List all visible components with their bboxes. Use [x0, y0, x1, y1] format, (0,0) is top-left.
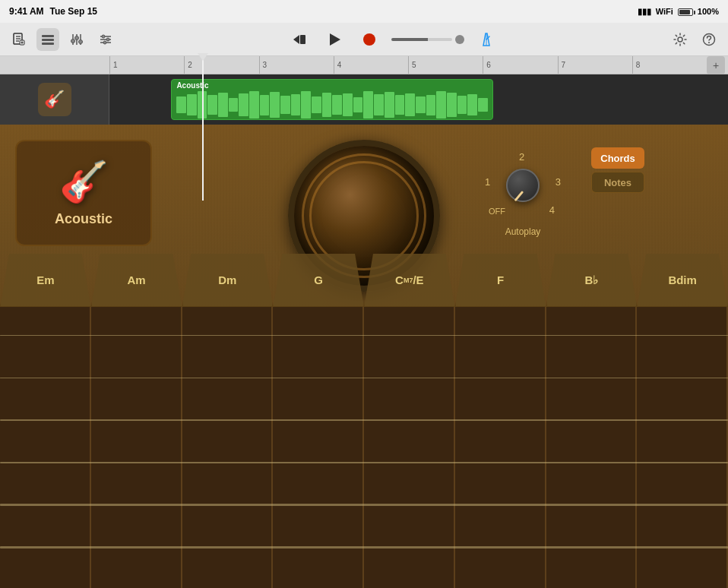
timeline: 1 2 3 4 5 6 7 8 +	[0, 56, 728, 74]
chord-dm[interactable]: Dm	[182, 254, 274, 307]
ruler-mark-5[interactable]: 5	[408, 56, 483, 74]
chord-f[interactable]: F	[455, 254, 546, 307]
ruler-mark-2[interactable]: 2	[184, 56, 258, 74]
help-button[interactable]	[698, 28, 720, 51]
playhead[interactable]	[202, 56, 204, 201]
toolbar-left	[8, 28, 117, 51]
status-bar: 9:41 AM Tue Sep 15 ▮▮▮ WiFi 100%	[0, 0, 728, 23]
autoplay-section: OFF 1 2 3 4 Autoplay	[485, 147, 561, 237]
chord-g[interactable]: G	[273, 254, 364, 307]
volume-knob[interactable]	[455, 35, 464, 44]
ruler-mark-1[interactable]: 1	[109, 56, 184, 74]
chords-button[interactable]: Chords	[591, 147, 644, 169]
svg-point-13	[71, 39, 75, 43]
toolbar	[0, 23, 728, 56]
metronome-button[interactable]	[473, 27, 499, 52]
string-2	[0, 378, 728, 379]
play-button[interactable]	[321, 27, 347, 52]
rewind-button[interactable]	[286, 27, 312, 52]
autoplay-off-label: OFF	[489, 207, 505, 216]
acoustic-panel[interactable]: 🎸 Acoustic	[15, 140, 152, 246]
svg-point-15	[79, 40, 83, 43]
string-1	[0, 335, 728, 336]
chord-bb[interactable]: B♭	[546, 254, 638, 307]
wifi-icon: WiFi	[656, 7, 673, 16]
svg-point-31	[708, 42, 710, 43]
track-area: 🎸 Acoustic	[0, 74, 728, 125]
add-track-button[interactable]: +	[707, 56, 725, 74]
status-left: 9:41 AM Tue Sep 15	[9, 6, 97, 17]
ruler-mark-6[interactable]: 6	[483, 56, 557, 74]
svg-point-25	[363, 33, 375, 46]
autoplay-4-label: 4	[549, 204, 555, 216]
autoplay-dial: OFF 1 2 3 4	[485, 147, 561, 223]
string-6	[0, 546, 728, 548]
svg-point-19	[102, 35, 105, 38]
autoplay-label: Autoplay	[505, 226, 541, 237]
track-icon[interactable]: 🎸	[38, 83, 71, 116]
fretboard[interactable]	[0, 307, 728, 588]
svg-marker-22	[293, 35, 299, 44]
chord-cm7e[interactable]: CM7/E	[364, 254, 455, 307]
chord-bdim[interactable]: Bdim	[637, 254, 728, 307]
track-block-label: Acoustic	[172, 80, 492, 91]
notes-button[interactable]: Notes	[591, 172, 644, 193]
toolbar-right	[669, 28, 720, 51]
autoplay-1-label: 1	[485, 176, 490, 188]
svg-point-21	[103, 41, 106, 44]
svg-rect-23	[300, 35, 305, 44]
signal-icon: ▮▮▮	[638, 7, 651, 17]
svg-rect-8	[42, 39, 54, 41]
string-3	[0, 419, 728, 421]
svg-rect-7	[42, 35, 54, 37]
volume-control	[391, 35, 464, 44]
string-5	[0, 504, 728, 506]
settings-button[interactable]	[669, 28, 692, 51]
svg-point-20	[106, 38, 109, 41]
ruler-mark-8[interactable]: 8	[632, 56, 707, 74]
acoustic-label: Acoustic	[55, 211, 112, 227]
chords-notes-toggle: Chords Notes	[591, 147, 644, 193]
autoplay-3-label: 3	[555, 176, 561, 188]
svg-point-29	[678, 37, 682, 42]
status-right: ▮▮▮ WiFi 100%	[638, 7, 719, 17]
chord-am[interactable]: Am	[91, 254, 182, 307]
track-block[interactable]: Acoustic	[171, 79, 492, 120]
string-4	[0, 462, 728, 463]
battery-display: 100%	[678, 7, 719, 16]
track-header: 🎸	[0, 74, 109, 125]
time-display: 9:41 AM	[9, 6, 44, 17]
ruler-mark-4[interactable]: 4	[334, 56, 408, 74]
waveform	[172, 91, 492, 119]
volume-slider[interactable]	[391, 38, 452, 41]
date-display: Tue Sep 15	[50, 6, 97, 17]
record-button[interactable]	[356, 27, 382, 52]
chord-buttons: Em Am Dm G CM7/E F B♭ Bdim	[0, 254, 728, 307]
chord-em[interactable]: Em	[0, 254, 91, 307]
ruler-mark-3[interactable]: 3	[259, 56, 334, 74]
ruler-mark-7[interactable]: 7	[558, 56, 632, 74]
eq-button[interactable]	[94, 28, 117, 51]
tracks-button[interactable]	[36, 28, 59, 51]
toolbar-center	[123, 27, 663, 52]
svg-rect-9	[42, 43, 54, 45]
instrument-area: 🎸 Acoustic OFF 1 2 3 4 Autoplay Chords N…	[0, 125, 728, 588]
mixer-button[interactable]	[65, 28, 88, 51]
new-button[interactable]	[8, 28, 30, 51]
svg-point-14	[75, 36, 79, 40]
acoustic-guitar-icon: 🎸	[59, 159, 109, 205]
fret-strings	[0, 307, 728, 588]
svg-marker-24	[330, 33, 340, 46]
autoplay-2-label: 2	[519, 151, 524, 163]
autoplay-knob[interactable]	[506, 169, 540, 202]
